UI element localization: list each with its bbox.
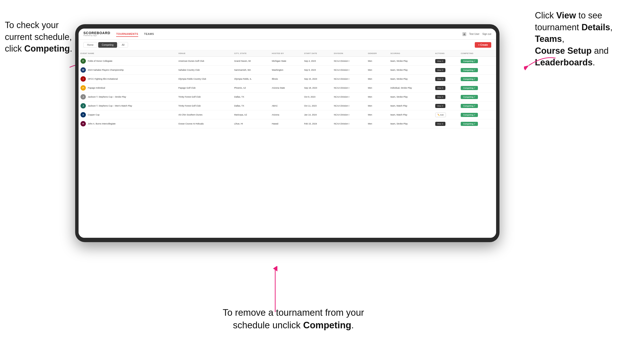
cell-city: Dallas, TX xyxy=(232,93,270,101)
cell-competing: Competing ✓ xyxy=(459,84,496,93)
event-name-text: Papago Individual xyxy=(88,87,105,89)
competing-button[interactable]: Competing ✓ xyxy=(461,113,478,117)
annotation-top-left: To check your current schedule, click Co… xyxy=(5,19,73,55)
edit-button[interactable]: ✏️ Edit xyxy=(435,113,446,117)
view-button[interactable]: View ⊙ xyxy=(435,59,446,63)
cell-gender: Men xyxy=(366,110,388,119)
cell-start-date: Sep 15, 2023 xyxy=(302,75,332,84)
cell-competing: Competing ✓ xyxy=(459,119,496,128)
cell-competing: Competing ✓ xyxy=(459,110,496,119)
cell-actions: ✏️ Edit xyxy=(433,110,459,119)
cell-actions: View ⊙ xyxy=(433,84,459,93)
cell-city: Dallas, TX xyxy=(232,101,270,110)
view-button[interactable]: View ⊙ xyxy=(435,68,446,72)
logo-title: SCOREBOARD xyxy=(84,31,110,35)
logo-area: SCOREBOARD Powered by clippi xyxy=(84,31,110,36)
team-logo: J xyxy=(80,103,86,109)
table-row: A Copper Cup Ak-Chin Southern DunesMaric… xyxy=(78,110,496,119)
col-hosted-by: HOSTED BY xyxy=(270,50,302,57)
cell-hosted-by: Arizona xyxy=(270,110,302,119)
filter-bar: Home Competing All + Create xyxy=(78,40,496,50)
cell-division: NCAA Division I xyxy=(332,93,366,101)
cell-venue: Olympia Fields Country Club xyxy=(176,75,232,84)
filter-competing[interactable]: Competing xyxy=(98,42,117,48)
cell-hosted-by: Washington xyxy=(270,66,302,75)
competing-button[interactable]: Competing ✓ xyxy=(461,95,478,99)
cell-actions: View ⊙ xyxy=(433,93,459,101)
cell-venue: Papago Golf Club xyxy=(176,84,232,93)
cell-actions: View ⊙ xyxy=(433,66,459,75)
cell-event-name: A Copper Cup xyxy=(78,110,176,119)
view-button[interactable]: View ⊙ xyxy=(435,122,446,126)
nav-links: TOURNAMENTS TEAMS xyxy=(116,31,462,37)
cell-actions: View ⊙ xyxy=(433,101,459,110)
team-logo: P xyxy=(80,85,86,91)
competing-button[interactable]: Competing ✓ xyxy=(461,86,478,90)
user-icon xyxy=(462,32,466,36)
cell-scoring: team, Stroke Play xyxy=(388,57,433,66)
arrow-bottom-competing xyxy=(266,266,285,315)
cell-hosted-by: ABAC xyxy=(270,101,302,110)
tablet-screen: SCOREBOARD Powered by clippi TOURNAMENTS… xyxy=(78,28,496,238)
team-logo: W xyxy=(80,67,86,73)
cell-actions: View ⊙ xyxy=(433,119,459,128)
nav-tournaments[interactable]: TOURNAMENTS xyxy=(116,31,138,37)
cell-competing: Competing ✓ xyxy=(459,101,496,110)
view-button[interactable]: View ⊙ xyxy=(435,95,446,99)
logo-subtitle: Powered by clippi xyxy=(84,35,110,36)
cell-gender: Men xyxy=(366,84,388,93)
cell-scoring: team, Stroke Play xyxy=(388,119,433,128)
event-name-text: 2023 Sahalee Players Championship xyxy=(88,69,124,71)
table-row: I OFCC Fighting Illini Invitational Olym… xyxy=(78,75,496,84)
table-row: P Papago Individual Papago Golf ClubPhoe… xyxy=(78,84,496,93)
cell-gender: Men xyxy=(366,75,388,84)
cell-division: NCAA Division I xyxy=(332,84,366,93)
col-city-state: CITY, STATE xyxy=(232,50,270,57)
cell-division: NCAA Division I xyxy=(332,57,366,66)
create-button[interactable]: + Create xyxy=(475,42,491,48)
cell-event-name: H John A. Burns Intercollegiate xyxy=(78,119,176,128)
cell-hosted-by: Illinois xyxy=(270,75,302,84)
cell-venue: American Dunes Golf Club xyxy=(176,57,232,66)
table-row: J Jackson T. Stephens Cup – Stroke Play … xyxy=(78,93,496,101)
cell-competing: Competing ✓ xyxy=(459,75,496,84)
event-name-text: Jackson T. Stephens Cup – Stroke Play xyxy=(88,96,126,98)
table-row: H John A. Burns Intercollegiate Ocean Co… xyxy=(78,119,496,128)
cell-city: Olympia Fields, IL xyxy=(232,75,270,84)
team-logo: A xyxy=(80,112,86,117)
filter-home[interactable]: Home xyxy=(84,42,97,48)
table-row: J Jackson T. Stephens Cup – Men's Match … xyxy=(78,101,496,110)
cell-event-name: I OFCC Fighting Illini Invitational xyxy=(78,75,176,84)
view-button[interactable]: View ⊙ xyxy=(435,104,446,108)
cell-scoring: team, Stroke Play xyxy=(388,66,433,75)
cell-competing: Competing ✓ xyxy=(459,93,496,101)
competing-button[interactable]: Competing ✓ xyxy=(461,104,478,108)
tournaments-table: EVENT NAME VENUE CITY, STATE HOSTED BY S… xyxy=(78,50,496,128)
nav-teams[interactable]: TEAMS xyxy=(144,31,154,37)
cell-gender: Men xyxy=(366,57,388,66)
competing-button[interactable]: Competing ✓ xyxy=(461,68,478,72)
cell-event-name: W 2023 Sahalee Players Championship xyxy=(78,66,176,75)
col-actions: ACTIONS xyxy=(433,50,459,57)
view-button[interactable]: View ⊙ xyxy=(435,86,446,90)
competing-button[interactable]: Competing ✓ xyxy=(461,59,478,63)
view-button[interactable]: View ⊙ xyxy=(435,77,446,81)
table-header-row: EVENT NAME VENUE CITY, STATE HOSTED BY S… xyxy=(78,50,496,57)
nav-bar: SCOREBOARD Powered by clippi TOURNAMENTS… xyxy=(78,28,496,40)
competing-button[interactable]: Competing ✓ xyxy=(461,122,478,126)
cell-actions: View ⊙ xyxy=(433,75,459,84)
cell-hosted-by: Arizona State xyxy=(270,84,302,93)
cell-scoring: team, Match Play xyxy=(388,110,433,119)
filter-tabs: Home Competing All xyxy=(84,42,128,48)
cell-competing: Competing ✓ xyxy=(459,57,496,66)
sign-out-link[interactable]: Sign out xyxy=(482,33,491,35)
cell-venue: Trinity Forest Golf Club xyxy=(176,101,232,110)
cell-venue: Sahalee Country Club xyxy=(176,66,232,75)
competing-button[interactable]: Competing ✓ xyxy=(461,77,478,81)
cell-start-date: Feb 15, 2024 xyxy=(302,119,332,128)
col-start-date: START DATE xyxy=(302,50,332,57)
cell-city: Grand Haven, MI xyxy=(232,57,270,66)
filter-all[interactable]: All xyxy=(118,42,128,48)
cell-gender: Men xyxy=(366,101,388,110)
table-container: EVENT NAME VENUE CITY, STATE HOSTED BY S… xyxy=(78,50,496,238)
